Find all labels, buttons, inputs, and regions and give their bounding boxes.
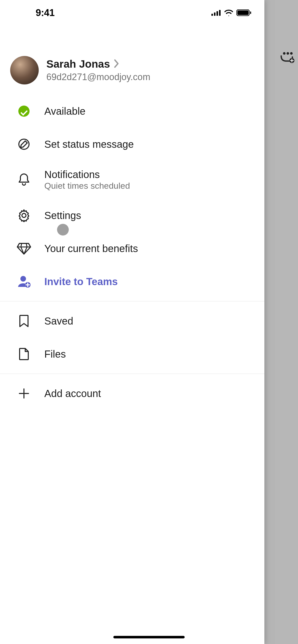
available-status-icon	[16, 103, 32, 119]
svg-point-1	[287, 52, 289, 55]
divider	[0, 374, 264, 374]
svg-rect-6	[216, 11, 218, 16]
menu-item-add-account[interactable]: Add account	[0, 377, 264, 410]
menu-list: Available Set status message	[0, 95, 264, 410]
menu-label: Saved	[44, 315, 254, 327]
svg-point-12	[22, 213, 26, 217]
status-time: 9:41	[36, 7, 55, 18]
divider	[0, 301, 264, 301]
file-icon	[16, 346, 32, 362]
dimmed-main-content	[275, 0, 298, 644]
menu-label: Your current benefits	[44, 243, 254, 254]
cellular-icon	[211, 10, 221, 16]
bookmark-icon	[16, 313, 32, 329]
profile-name: Sarah Jonas	[46, 58, 110, 70]
svg-point-0	[283, 52, 286, 55]
diamond-icon	[16, 240, 32, 257]
status-right-icons	[211, 9, 252, 16]
home-indicator[interactable]	[113, 636, 185, 638]
profile-email: 69d2d271@moodjoy.com	[46, 72, 254, 82]
wifi-icon	[224, 9, 233, 16]
menu-label: Notifications	[44, 169, 254, 180]
menu-item-set-status[interactable]: Set status message	[0, 128, 264, 161]
menu-item-invite[interactable]: Invite to Teams	[0, 265, 264, 298]
avatar	[10, 56, 39, 84]
svg-rect-9	[237, 10, 249, 15]
menu-item-status[interactable]: Available	[0, 95, 264, 128]
plus-icon	[16, 385, 32, 402]
battery-icon	[236, 9, 252, 16]
menu-item-files[interactable]: Files	[0, 338, 264, 371]
svg-rect-4	[211, 14, 213, 16]
menu-label: Set status message	[44, 139, 254, 150]
svg-rect-10	[250, 11, 251, 14]
svg-rect-5	[214, 12, 215, 16]
menu-item-notifications[interactable]: Notifications Quiet times scheduled	[0, 161, 264, 199]
menu-label: Add account	[44, 388, 254, 399]
menu-item-saved[interactable]: Saved	[0, 304, 264, 338]
gear-icon	[16, 207, 32, 224]
profile-header[interactable]: Sarah Jonas 69d2d271@moodjoy.com	[0, 25, 264, 95]
menu-sublabel: Quiet times scheduled	[44, 181, 254, 191]
status-bar: 9:41	[0, 0, 264, 25]
svg-point-2	[290, 52, 293, 55]
teams-join-icon[interactable]	[279, 51, 294, 64]
menu-label: Available	[44, 106, 254, 117]
profile-side-panel: 9:41	[0, 0, 264, 644]
svg-point-13	[20, 276, 26, 282]
svg-rect-7	[219, 10, 221, 16]
profile-info: Sarah Jonas 69d2d271@moodjoy.com	[46, 58, 254, 82]
menu-item-benefits[interactable]: Your current benefits	[0, 232, 264, 265]
menu-item-settings[interactable]: Settings	[0, 199, 264, 232]
bell-icon	[16, 172, 32, 188]
menu-label: Settings	[44, 210, 254, 221]
edit-status-icon	[16, 136, 32, 152]
menu-label: Invite to Teams	[44, 276, 254, 287]
chevron-right-icon	[114, 59, 119, 69]
person-add-icon	[16, 273, 32, 290]
menu-label: Files	[44, 348, 254, 360]
